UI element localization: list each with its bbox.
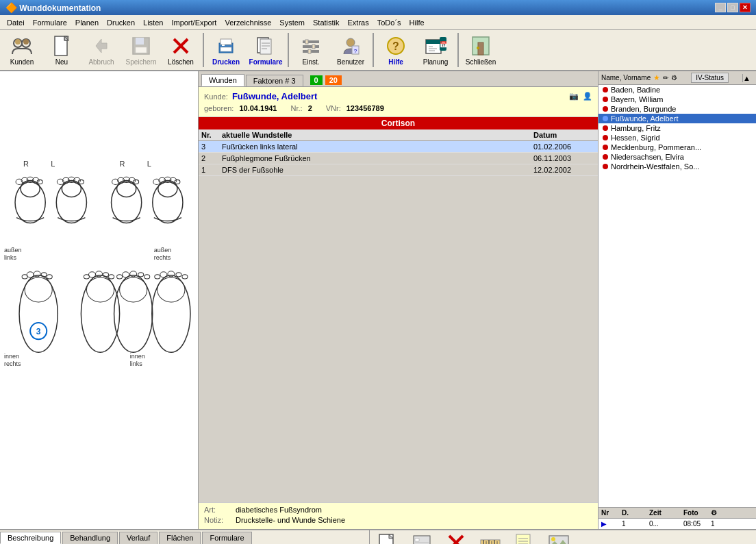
menu-listen[interactable]: Listen: [139, 17, 167, 28]
visit-col-zeit: Zeit: [649, 509, 683, 517]
patient-item-6[interactable]: Mecklenburg, Pommeran...: [598, 143, 756, 152]
abbruch-button[interactable]: Abbruch: [82, 32, 121, 69]
image-neu-button[interactable]: Neu: [373, 533, 403, 544]
speichern-button[interactable]: Speichern: [122, 32, 160, 69]
patient-item-5[interactable]: Hessen, Sigrid: [598, 133, 756, 143]
svg-rect-125: [516, 534, 530, 544]
svg-text:L: L: [51, 160, 55, 168]
iv-status-button[interactable]: IV-Status: [691, 73, 729, 83]
schliessen-button[interactable]: Schließen: [462, 32, 500, 69]
person-icon[interactable]: 👤: [583, 92, 592, 101]
svg-point-89: [88, 272, 95, 277]
wound-nr-3: 3: [201, 143, 222, 151]
image-toolbar: Neu Ändern: [370, 530, 756, 544]
patient-item-2[interactable]: Branden, Burgunde: [598, 104, 756, 114]
einst-button[interactable]: Einst.: [292, 32, 330, 69]
menu-statistik[interactable]: Statistik: [309, 17, 344, 28]
svg-point-92: [109, 275, 114, 279]
patient-info: Kunde: Fußwunde, Adelbert 📷 👤 geboren: 1…: [199, 87, 598, 117]
image-aendern-button[interactable]: Ändern: [407, 533, 437, 544]
neu-button[interactable]: Neu: [42, 32, 81, 69]
image-bild-button[interactable]: Bild: [544, 533, 574, 544]
benutzer-button[interactable]: ? Benutzer: [331, 32, 370, 69]
menu-bar: Datei Formulare Planen Drucken Listen Im…: [0, 15, 756, 30]
menu-import-export[interactable]: Import/Export: [167, 17, 220, 28]
camera-icon[interactable]: 📷: [569, 92, 579, 101]
wound-row-2[interactable]: 2 Fußphlegmone Fußrücken 06.11.2003: [199, 153, 598, 164]
loeschen-button[interactable]: Löschen: [162, 32, 200, 69]
menu-datei[interactable]: Datei: [3, 17, 29, 28]
planung-button[interactable]: 📅 Planung: [416, 32, 455, 69]
svg-text:rechts: rechts: [154, 254, 171, 261]
svg-rect-111: [379, 534, 393, 544]
wound-row-1[interactable]: 1 DFS der Fußsohle 12.02.2002: [199, 164, 598, 176]
wound-row-3[interactable]: 3 Fußrücken links lateral 01.02.2006: [199, 141, 598, 153]
hilfe-button[interactable]: ? Hilfe: [377, 32, 415, 69]
menu-system[interactable]: System: [275, 17, 309, 28]
patient-dot-3: [603, 116, 608, 121]
formulare-button[interactable]: Formulare: [247, 32, 285, 69]
drucken-button[interactable]: Drucken: [207, 32, 245, 69]
visit-row-1[interactable]: ▶ 1 0... 08:05 1: [598, 519, 756, 529]
patient-vnr: 123456789: [346, 104, 384, 112]
close-button[interactable]: ✕: [740, 3, 751, 12]
menu-verzeichnisse[interactable]: Verzeichnisse: [220, 17, 275, 28]
menu-drucken[interactable]: Drucken: [103, 17, 139, 28]
patient-item-1[interactable]: Bayern, William: [598, 95, 756, 104]
patient-name-8: Nordrhein-Westfalen, So...: [611, 162, 699, 171]
svg-rect-21: [303, 45, 319, 48]
svg-text:links: links: [130, 360, 143, 367]
svg-text:?: ?: [354, 48, 357, 54]
patient-item-0[interactable]: Baden, Badine: [598, 85, 756, 95]
image-notiz-icon: [514, 533, 536, 544]
maximize-button[interactable]: □: [727, 3, 738, 12]
tab-beschreibung[interactable]: Beschreibung: [0, 532, 61, 544]
svg-text:innen: innen: [130, 353, 145, 360]
settings-icon[interactable]: ⚙: [671, 74, 677, 82]
tab-behandlung[interactable]: Behandlung: [62, 532, 118, 544]
svg-point-78: [25, 277, 52, 302]
body-diagram[interactable]: R L R L: [3, 74, 195, 526]
benutzer-label: Benutzer: [337, 58, 364, 66]
image-loeschen-button[interactable]: Löschen: [441, 533, 471, 544]
patient-item-7[interactable]: Niedersachsen, Elvira: [598, 152, 756, 162]
menu-extras[interactable]: Extras: [344, 17, 373, 28]
menu-todos[interactable]: ToDo´s: [373, 17, 405, 28]
visit-settings-icon[interactable]: ⚙: [711, 509, 722, 517]
planung-label: Planung: [423, 58, 449, 66]
kunden-button[interactable]: Kunden: [3, 32, 41, 69]
cortison-alert: Cortison: [199, 117, 598, 129]
tab-formulare[interactable]: Formulare: [202, 532, 251, 544]
svg-point-65: [134, 180, 139, 184]
menu-planen[interactable]: Planen: [71, 17, 103, 28]
svg-point-103: [144, 275, 150, 279]
notiz-label: Notiz:: [204, 516, 231, 524]
planung-icon: 📅: [425, 35, 446, 57]
patient-item-4[interactable]: Hamburg, Fritz: [598, 123, 756, 133]
image-notiz-button[interactable]: Notiz: [509, 533, 540, 544]
patient-item-3[interactable]: Fußwunde, Adelbert: [598, 114, 756, 123]
image-messen-button[interactable]: Messen: [475, 533, 505, 544]
svg-point-66: [153, 182, 183, 223]
edit-icon[interactable]: ✏: [663, 74, 668, 82]
patient-item-8[interactable]: Nordrhein-Westfalen, So...: [598, 162, 756, 171]
wound-table-header: Nr. aktuelle Wundstelle Datum: [199, 129, 598, 141]
tab-flaechen[interactable]: Flächen: [159, 532, 201, 544]
menu-formulare[interactable]: Formulare: [29, 17, 71, 28]
tab-faktoren[interactable]: Faktoren # 3: [246, 75, 303, 86]
hilfe-icon: ?: [385, 35, 407, 57]
menu-hilfe[interactable]: Hilfe: [405, 17, 429, 28]
minimize-button[interactable]: _: [715, 3, 726, 12]
visit-d: 0...: [649, 520, 683, 528]
main-area: R L R L: [0, 71, 756, 529]
svg-point-40: [477, 47, 479, 49]
patient-name-6: Mecklenburg, Pommeran...: [611, 143, 701, 151]
svg-rect-13: [220, 47, 231, 51]
kunden-label: Kunden: [10, 58, 34, 66]
art-notiz-section: Art: diabetisches Fußsyndrom Notiz: Druc…: [199, 502, 598, 529]
patient-list-scroll-up[interactable]: ▲: [742, 74, 753, 82]
tab-verlauf[interactable]: Verlauf: [119, 532, 158, 544]
star-icon: ★: [653, 73, 660, 82]
tab-wunden[interactable]: Wunden: [201, 74, 244, 86]
speichern-icon: [130, 35, 152, 57]
